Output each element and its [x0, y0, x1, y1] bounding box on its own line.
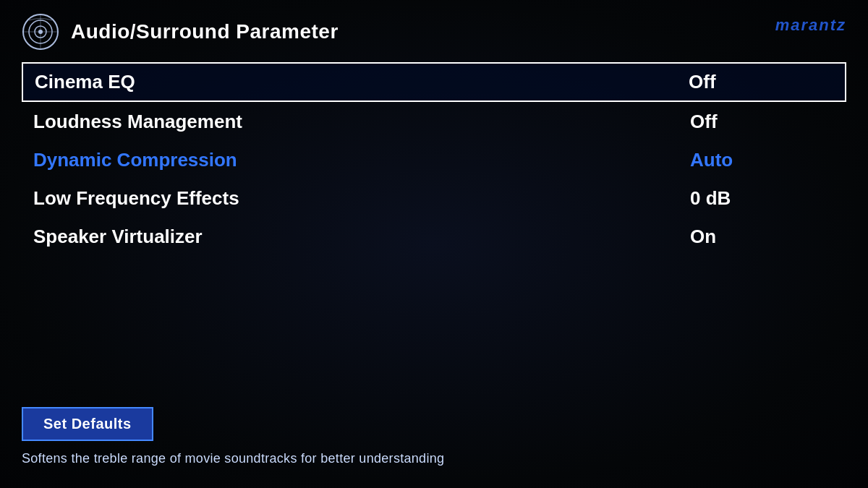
menu-item-value-cinema-eq: Off: [689, 71, 833, 93]
header: Audio/Surround Parameter marantz: [0, 0, 868, 59]
menu-item-value-low-frequency-effects: 0 dB: [690, 187, 835, 210]
menu-item-cinema-eq[interactable]: Cinema EQOff: [22, 62, 846, 102]
brand-name: marantz: [775, 16, 846, 35]
menu-item-value-loudness-management: Off: [690, 111, 835, 133]
menu-item-value-speaker-virtualizer: On: [690, 226, 835, 248]
menu-item-dynamic-compression[interactable]: Dynamic CompressionAuto: [22, 142, 846, 179]
menu-item-label-cinema-eq: Cinema EQ: [35, 71, 689, 93]
menu-item-loudness-management[interactable]: Loudness ManagementOff: [22, 103, 846, 140]
menu-item-label-loudness-management: Loudness Management: [33, 111, 690, 133]
menu-item-label-low-frequency-effects: Low Frequency Effects: [33, 187, 690, 210]
menu-item-label-speaker-virtualizer: Speaker Virtualizer: [33, 226, 690, 248]
marantz-logo-icon: [22, 13, 59, 51]
screen: Audio/Surround Parameter marantz Cinema …: [0, 0, 868, 488]
set-defaults-button[interactable]: Set Defaults: [22, 407, 153, 441]
menu-container: Cinema EQOffLoudness ManagementOffDynami…: [22, 62, 846, 255]
help-text: Softens the treble range of movie soundt…: [22, 451, 846, 466]
menu-item-value-dynamic-compression: Auto: [690, 149, 835, 171]
menu-item-label-dynamic-compression: Dynamic Compression: [33, 149, 690, 171]
bottom-area: Set Defaults Softens the treble range of…: [22, 407, 846, 466]
page-title: Audio/Surround Parameter: [71, 20, 339, 43]
menu-item-speaker-virtualizer[interactable]: Speaker VirtualizerOn: [22, 218, 846, 255]
menu-item-low-frequency-effects[interactable]: Low Frequency Effects0 dB: [22, 180, 846, 217]
